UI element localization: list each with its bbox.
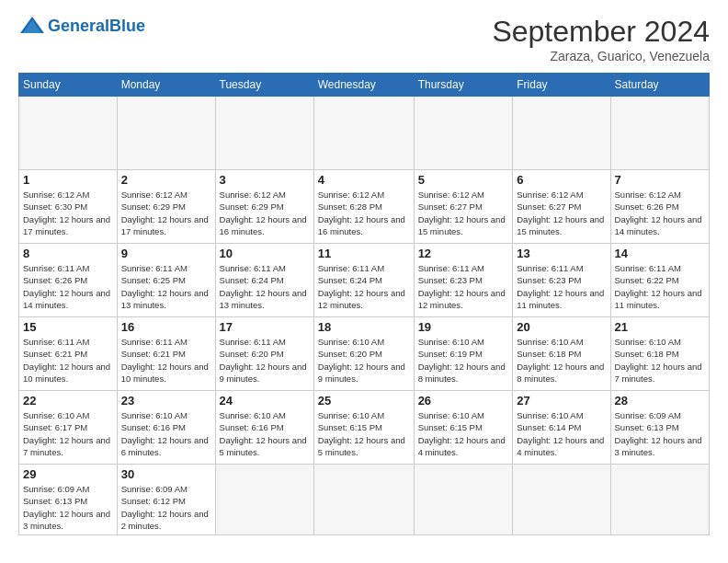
day-info: Sunrise: 6:11 AMSunset: 6:23 PMDaylight:…	[517, 263, 604, 310]
day-number: 12	[418, 247, 509, 260]
day-number: 6	[517, 173, 606, 187]
day-info: Sunrise: 6:10 AMSunset: 6:16 PMDaylight:…	[220, 410, 307, 457]
table-row	[610, 97, 709, 170]
day-info: Sunrise: 6:10 AMSunset: 6:15 PMDaylight:…	[418, 410, 506, 457]
table-row	[414, 97, 513, 170]
calendar-week-row: 1 Sunrise: 6:12 AMSunset: 6:30 PMDayligh…	[19, 170, 710, 244]
table-row	[414, 465, 513, 535]
day-info: Sunrise: 6:10 AMSunset: 6:14 PMDaylight:…	[517, 410, 604, 457]
day-number: 17	[220, 320, 310, 334]
table-row	[313, 97, 414, 170]
logo-part2: Blue	[109, 17, 145, 35]
table-row	[19, 97, 118, 170]
day-number: 28	[615, 394, 705, 408]
day-number: 11	[318, 247, 410, 260]
day-number: 24	[220, 394, 310, 408]
day-info: Sunrise: 6:12 AMSunset: 6:30 PMDaylight:…	[23, 190, 110, 236]
calendar-week-row: 15 Sunrise: 6:11 AMSunset: 6:21 PMDaylig…	[19, 317, 710, 391]
day-info: Sunrise: 6:12 AMSunset: 6:26 PMDaylight:…	[615, 190, 702, 236]
day-number: 16	[121, 320, 211, 334]
table-row: 23 Sunrise: 6:10 AMSunset: 6:16 PMDaylig…	[117, 391, 215, 465]
title-block: September 2024 Zaraza, Guarico, Venezuel…	[492, 15, 710, 63]
day-number: 7	[615, 173, 705, 187]
table-row: 5 Sunrise: 6:12 AMSunset: 6:27 PMDayligh…	[414, 170, 513, 244]
day-number: 21	[615, 320, 705, 334]
table-row	[215, 97, 313, 170]
table-row: 3 Sunrise: 6:12 AMSunset: 6:29 PMDayligh…	[215, 170, 313, 244]
day-number: 9	[121, 247, 211, 260]
table-row	[513, 97, 610, 170]
day-number: 4	[318, 173, 410, 187]
day-info: Sunrise: 6:10 AMSunset: 6:19 PMDaylight:…	[418, 337, 506, 384]
day-info: Sunrise: 6:11 AMSunset: 6:21 PMDaylight:…	[121, 337, 209, 384]
calendar-week-row: 29 Sunrise: 6:09 AMSunset: 6:13 PMDaylig…	[19, 465, 710, 535]
day-info: Sunrise: 6:12 AMSunset: 6:29 PMDaylight:…	[220, 190, 307, 236]
day-number: 15	[23, 320, 113, 334]
logo-part1: General	[48, 17, 109, 35]
table-row: 14 Sunrise: 6:11 AMSunset: 6:22 PMDaylig…	[610, 244, 709, 317]
calendar-week-row: 22 Sunrise: 6:10 AMSunset: 6:17 PMDaylig…	[19, 391, 710, 465]
day-number: 25	[318, 394, 410, 408]
day-number: 10	[220, 247, 310, 260]
table-row: 4 Sunrise: 6:12 AMSunset: 6:28 PMDayligh…	[313, 170, 414, 244]
calendar-week-row: 8 Sunrise: 6:11 AMSunset: 6:26 PMDayligh…	[19, 244, 710, 317]
day-number: 23	[121, 394, 211, 408]
col-wednesday: Wednesday	[313, 74, 414, 97]
day-info: Sunrise: 6:10 AMSunset: 6:18 PMDaylight:…	[615, 337, 702, 384]
day-info: Sunrise: 6:09 AMSunset: 6:13 PMDaylight:…	[615, 410, 702, 457]
day-info: Sunrise: 6:11 AMSunset: 6:21 PMDaylight:…	[23, 337, 110, 384]
table-row: 21 Sunrise: 6:10 AMSunset: 6:18 PMDaylig…	[610, 317, 709, 391]
table-row: 19 Sunrise: 6:10 AMSunset: 6:19 PMDaylig…	[414, 317, 513, 391]
table-row: 13 Sunrise: 6:11 AMSunset: 6:23 PMDaylig…	[513, 244, 610, 317]
day-info: Sunrise: 6:11 AMSunset: 6:22 PMDaylight:…	[615, 263, 702, 310]
day-info: Sunrise: 6:11 AMSunset: 6:25 PMDaylight:…	[121, 263, 209, 310]
day-number: 19	[418, 320, 509, 334]
table-row	[215, 465, 313, 535]
table-row: 28 Sunrise: 6:09 AMSunset: 6:13 PMDaylig…	[610, 391, 709, 465]
table-row: 2 Sunrise: 6:12 AMSunset: 6:29 PMDayligh…	[117, 170, 215, 244]
day-number: 26	[418, 394, 509, 408]
day-number: 27	[517, 394, 606, 408]
day-info: Sunrise: 6:12 AMSunset: 6:27 PMDaylight:…	[517, 190, 604, 236]
table-row: 25 Sunrise: 6:10 AMSunset: 6:15 PMDaylig…	[313, 391, 414, 465]
table-row: 29 Sunrise: 6:09 AMSunset: 6:13 PMDaylig…	[19, 465, 118, 535]
day-number: 18	[318, 320, 410, 334]
day-number: 20	[517, 320, 606, 334]
table-row: 9 Sunrise: 6:11 AMSunset: 6:25 PMDayligh…	[117, 244, 215, 317]
page-header: GeneralBlue September 2024 Zaraza, Guari…	[18, 15, 710, 63]
col-saturday: Saturday	[610, 74, 709, 97]
day-info: Sunrise: 6:09 AMSunset: 6:13 PMDaylight:…	[23, 484, 110, 531]
table-row: 26 Sunrise: 6:10 AMSunset: 6:15 PMDaylig…	[414, 391, 513, 465]
table-row: 24 Sunrise: 6:10 AMSunset: 6:16 PMDaylig…	[215, 391, 313, 465]
col-sunday: Sunday	[19, 74, 118, 97]
table-row: 18 Sunrise: 6:10 AMSunset: 6:20 PMDaylig…	[313, 317, 414, 391]
table-row: 20 Sunrise: 6:10 AMSunset: 6:18 PMDaylig…	[513, 317, 610, 391]
table-row	[117, 97, 215, 170]
col-tuesday: Tuesday	[215, 74, 313, 97]
day-info: Sunrise: 6:11 AMSunset: 6:23 PMDaylight:…	[418, 263, 506, 310]
logo: GeneralBlue	[18, 15, 145, 37]
day-info: Sunrise: 6:10 AMSunset: 6:20 PMDaylight:…	[318, 337, 405, 384]
day-info: Sunrise: 6:10 AMSunset: 6:15 PMDaylight:…	[318, 410, 405, 457]
col-friday: Friday	[513, 74, 610, 97]
calendar: Sunday Monday Tuesday Wednesday Thursday…	[18, 73, 710, 535]
table-row: 12 Sunrise: 6:11 AMSunset: 6:23 PMDaylig…	[414, 244, 513, 317]
table-row: 30 Sunrise: 6:09 AMSunset: 6:12 PMDaylig…	[117, 465, 215, 535]
table-row: 10 Sunrise: 6:11 AMSunset: 6:24 PMDaylig…	[215, 244, 313, 317]
day-info: Sunrise: 6:09 AMSunset: 6:12 PMDaylight:…	[121, 484, 209, 531]
day-number: 13	[517, 247, 606, 260]
table-row	[513, 465, 610, 535]
month-title: September 2024	[492, 15, 710, 49]
table-row: 8 Sunrise: 6:11 AMSunset: 6:26 PMDayligh…	[19, 244, 118, 317]
day-info: Sunrise: 6:12 AMSunset: 6:28 PMDaylight:…	[318, 190, 405, 236]
day-number: 30	[121, 467, 211, 481]
day-info: Sunrise: 6:10 AMSunset: 6:16 PMDaylight:…	[121, 410, 209, 457]
calendar-header-row: Sunday Monday Tuesday Wednesday Thursday…	[19, 74, 710, 97]
day-info: Sunrise: 6:11 AMSunset: 6:20 PMDaylight:…	[220, 337, 307, 384]
table-row: 6 Sunrise: 6:12 AMSunset: 6:27 PMDayligh…	[513, 170, 610, 244]
day-number: 22	[23, 394, 113, 408]
col-monday: Monday	[117, 74, 215, 97]
day-number: 2	[121, 173, 211, 187]
table-row: 11 Sunrise: 6:11 AMSunset: 6:24 PMDaylig…	[313, 244, 414, 317]
day-info: Sunrise: 6:11 AMSunset: 6:24 PMDaylight:…	[318, 263, 405, 310]
